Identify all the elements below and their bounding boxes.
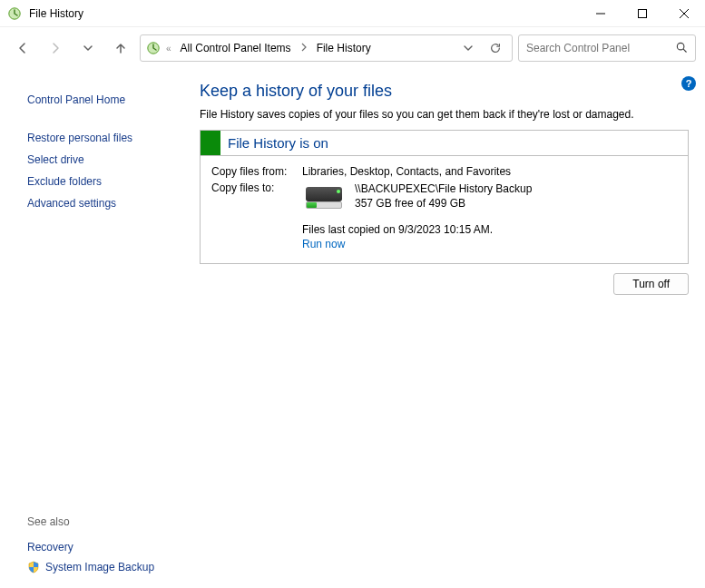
turn-off-button[interactable]: Turn off	[613, 273, 689, 295]
svg-point-6	[677, 43, 684, 50]
window-titlebar: File History	[0, 0, 705, 27]
sidebar-exclude[interactable]: Exclude folders	[27, 171, 181, 192]
destination-path: \\BACKUPEXEC\File History Backup	[355, 181, 532, 196]
breadcrumb-truncated-icon[interactable]: «	[166, 44, 171, 54]
copy-to-label: Copy files to:	[211, 181, 302, 211]
main-content: ? Keep a history of your files File Hist…	[191, 69, 705, 588]
back-button[interactable]	[9, 35, 36, 61]
status-panel: File History is on Copy files from: Libr…	[200, 130, 689, 264]
navigation-bar: « All Control Panel Items File History	[0, 27, 705, 69]
forward-button[interactable]	[42, 35, 69, 61]
chevron-right-icon[interactable]	[300, 43, 308, 54]
sidebar-home[interactable]: Control Panel Home	[27, 89, 181, 111]
window-title: File History	[29, 7, 83, 20]
status-panel-header: File History is on	[201, 131, 688, 156]
svg-line-3	[680, 9, 689, 18]
sidebar: Control Panel Home Restore personal file…	[0, 69, 191, 588]
status-stripe	[201, 131, 220, 155]
svg-line-7	[683, 49, 686, 52]
run-now-link[interactable]: Run now	[302, 238, 345, 250]
file-history-icon	[7, 6, 22, 21]
breadcrumb-all-control-panel-items[interactable]: All Control Panel Items	[177, 40, 295, 56]
sidebar-restore[interactable]: Restore personal files	[27, 127, 181, 149]
address-history-button[interactable]	[457, 37, 479, 59]
sidebar-select-drive[interactable]: Select drive	[27, 149, 181, 171]
shield-icon	[27, 561, 40, 573]
refresh-button[interactable]	[485, 37, 506, 59]
see-also-label: See also	[27, 515, 154, 528]
page-subheading: File History saves copies of your files …	[200, 108, 689, 121]
maximize-button[interactable]	[622, 0, 663, 27]
see-also-system-image-backup[interactable]: System Image Backup	[27, 557, 154, 577]
last-copied-text: Files last copied on 9/3/2023 10:15 AM.	[302, 223, 677, 236]
up-button[interactable]	[107, 35, 134, 61]
copy-from-label: Copy files from:	[211, 165, 302, 178]
search-icon[interactable]	[675, 41, 688, 56]
address-bar[interactable]: « All Control Panel Items File History	[140, 34, 513, 62]
help-icon[interactable]: ?	[681, 76, 696, 91]
control-panel-icon	[146, 41, 161, 55]
see-also-recovery[interactable]: Recovery	[27, 537, 154, 557]
minimize-button[interactable]	[580, 0, 622, 27]
window-controls	[580, 0, 705, 27]
svg-rect-2	[639, 9, 647, 17]
close-button[interactable]	[663, 0, 705, 27]
page-heading: Keep a history of your files	[200, 82, 689, 101]
sidebar-advanced[interactable]: Advanced settings	[27, 192, 181, 214]
drive-icon	[302, 181, 346, 211]
search-box[interactable]	[518, 34, 696, 62]
see-also-section: See also Recovery System Image Backup	[27, 515, 154, 577]
copy-from-value: Libraries, Desktop, Contacts, and Favori…	[302, 165, 511, 178]
status-title: File History is on	[220, 135, 328, 151]
svg-line-4	[680, 9, 689, 18]
recent-locations-button[interactable]	[74, 35, 102, 61]
destination-space: 357 GB free of 499 GB	[355, 196, 532, 211]
search-input[interactable]	[526, 42, 675, 54]
breadcrumb-file-history[interactable]: File History	[313, 40, 375, 56]
